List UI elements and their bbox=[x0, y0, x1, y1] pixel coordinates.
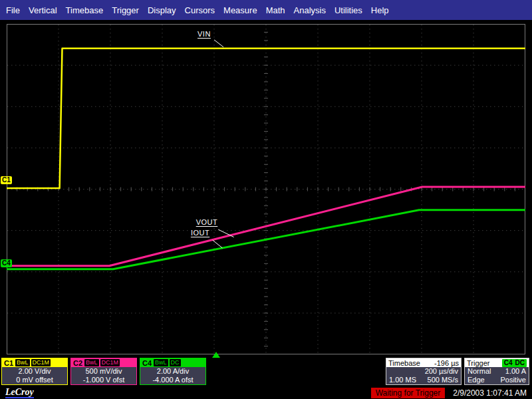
menu-item-vertical[interactable]: Vertical bbox=[29, 5, 57, 15]
trigger-source: C4 bbox=[504, 359, 513, 367]
trigger-header: Trigger C4 DC bbox=[465, 358, 529, 367]
trace-label-iout: IOUT bbox=[191, 229, 209, 237]
c1-coupling-badge: DC1M bbox=[31, 359, 51, 366]
trigger-type: Edge bbox=[467, 376, 485, 384]
trigger-position-marker[interactable] bbox=[212, 352, 220, 358]
datetime-display: 2/9/2003 1:07:41 AM bbox=[453, 388, 527, 398]
trigger-coupling: DC bbox=[515, 359, 525, 367]
menu-item-file[interactable]: File bbox=[6, 5, 20, 15]
menu-item-timebase[interactable]: Timebase bbox=[66, 5, 104, 15]
channel-c2-header: C2 BwL DC1M bbox=[71, 358, 136, 367]
timebase-header: Timebase -196 µs bbox=[386, 358, 461, 367]
menu-item-utilities[interactable]: Utilities bbox=[334, 5, 362, 15]
channel-c1-name: C1 bbox=[3, 359, 14, 367]
trigger-descriptor[interactable]: Trigger C4 DC Normal 1.00 A Edge Positiv… bbox=[464, 358, 529, 385]
timebase-row1: 200 µs/div bbox=[386, 367, 461, 376]
channel-zero-marker-c1[interactable]: C1 bbox=[1, 176, 12, 184]
channel-c1-header: C1 BwL DC1M bbox=[2, 358, 67, 367]
c2-scale: 500 mV/div bbox=[71, 367, 136, 376]
menu-item-trigger[interactable]: Trigger bbox=[112, 5, 139, 15]
menu-item-cursors[interactable]: Cursors bbox=[185, 5, 215, 15]
c2-bandwidth-limit-badge: BwL bbox=[84, 359, 99, 366]
menu-item-math[interactable]: Math bbox=[266, 5, 285, 15]
channel-zero-marker-c4[interactable]: C4 bbox=[1, 259, 12, 267]
timebase-row2: 1.00 MS 500 MS/s bbox=[386, 376, 461, 384]
c4-scale: 2.00 A/div bbox=[140, 367, 205, 376]
trace-label-vout: VOUT bbox=[196, 219, 218, 226]
timebase-delay: -196 µs bbox=[434, 359, 459, 367]
trigger-mode: Normal bbox=[467, 367, 491, 376]
c4-bandwidth-limit-badge: BwL bbox=[154, 359, 168, 366]
timebase-title: Timebase bbox=[388, 359, 420, 367]
trigger-status-indicator: Waiting for Trigger bbox=[371, 388, 446, 398]
status-bar: LeCroy Waiting for Trigger 2/9/2003 1:07… bbox=[0, 386, 532, 399]
channel-c2-name: C2 bbox=[72, 359, 83, 367]
channel-descriptor-c1[interactable]: C1 BwL DC1M 2.00 V/div 0 mV offset bbox=[1, 358, 68, 385]
c4-coupling-badge: DC bbox=[170, 359, 181, 366]
trace-vout bbox=[7, 187, 525, 266]
lecroy-logo: LeCroy bbox=[5, 388, 34, 398]
trace-label-leader-vin bbox=[214, 40, 223, 47]
c1-bandwidth-limit-badge: BwL bbox=[15, 359, 30, 366]
menu-item-analysis[interactable]: Analysis bbox=[294, 5, 326, 15]
c4-offset: -4.000 A ofst bbox=[140, 376, 205, 384]
trigger-level: 1.00 A bbox=[505, 367, 526, 376]
menu-item-display[interactable]: Display bbox=[148, 5, 176, 15]
descriptor-row: C1 BwL DC1M 2.00 V/div 0 mV offset C2 Bw… bbox=[0, 358, 532, 386]
channel-c4-name: C4 bbox=[142, 359, 152, 367]
c1-scale: 2.00 V/div bbox=[2, 367, 67, 376]
menu-bar: FileVerticalTimebaseTriggerDisplayCursor… bbox=[0, 0, 532, 20]
timebase-descriptor[interactable]: Timebase -196 µs 200 µs/div 1.00 MS 500 … bbox=[386, 358, 462, 385]
channel-descriptor-c2[interactable]: C2 BwL DC1M 500 mV/div -1.000 V ofst bbox=[70, 358, 137, 385]
trigger-row2: Edge Positive bbox=[465, 376, 529, 384]
scope-display: VINVOUTIOUTC1C4 bbox=[7, 24, 525, 354]
c2-coupling-badge: DC1M bbox=[100, 359, 120, 366]
menu-item-measure[interactable]: Measure bbox=[223, 5, 257, 15]
channel-descriptor-c4[interactable]: C4 BwL DC 2.00 A/div -4.000 A ofst bbox=[140, 358, 206, 385]
menu-item-help[interactable]: Help bbox=[371, 5, 389, 15]
timebase-per-div: 200 µs/div bbox=[425, 367, 458, 376]
timebase-sample-rate: 500 MS/s bbox=[428, 376, 458, 384]
timebase-samples: 1.00 MS bbox=[389, 376, 416, 384]
channel-c4-header: C4 BwL DC bbox=[140, 358, 205, 367]
c2-offset: -1.000 V ofst bbox=[71, 376, 136, 384]
trace-label-vin: VIN bbox=[198, 31, 211, 38]
trigger-source-badge: C4 DC bbox=[502, 359, 527, 367]
trigger-title: Trigger bbox=[467, 359, 489, 367]
trigger-slope: Positive bbox=[500, 376, 526, 384]
waveform-canvas bbox=[7, 24, 525, 354]
trigger-row1: Normal 1.00 A bbox=[465, 367, 529, 376]
c1-offset: 0 mV offset bbox=[2, 376, 67, 384]
